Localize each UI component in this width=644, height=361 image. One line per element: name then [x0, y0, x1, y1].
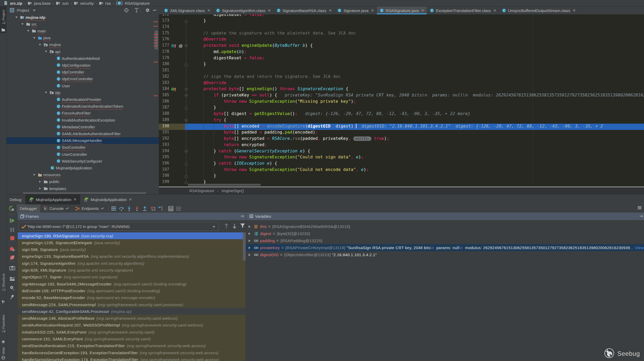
line-number[interactable]: 198	[159, 173, 169, 178]
view-value-link[interactable]: View	[635, 245, 644, 250]
variable-row-padding[interactable]: padding={RSAPadding@13225}	[246, 237, 644, 244]
chevron-collapsed-icon[interactable]	[38, 187, 42, 190]
breadcrumb-item[interactable]: security	[74, 1, 94, 5]
chevron-expanded-icon[interactable]	[33, 36, 36, 39]
line-number[interactable]: 189	[159, 117, 169, 122]
project-tree-item-idp[interactable]: idp	[7, 89, 159, 96]
close-icon[interactable]: ✕	[421, 8, 424, 13]
chevron-expanded-icon[interactable]	[21, 22, 24, 26]
chevron-expanded-icon[interactable]	[33, 173, 36, 176]
close-icon[interactable]: ✕	[73, 197, 77, 202]
fold-end-icon[interactable]	[184, 63, 188, 66]
project-tree-item-src[interactable]: src	[7, 21, 159, 27]
project-tree-item-mujina[interactable]: mujina	[7, 41, 159, 48]
restore-layout-button[interactable]	[10, 277, 15, 282]
hide-variables-icon[interactable]	[639, 215, 643, 218]
debug-session-tab-MujinaSpApplication[interactable]: MujinaSpApplication✕	[25, 194, 80, 204]
project-tree-item-FederatedUserAuthenticationToken[interactable]: CFederatedUserAuthenticationToken	[7, 103, 159, 110]
line-number[interactable]: 175	[159, 31, 169, 35]
line-number[interactable]: 179	[159, 55, 169, 60]
debug-view-tab-Debugger[interactable]: Debugger	[17, 204, 40, 213]
breadcrumb-item[interactable]: rsa	[99, 1, 111, 5]
variable-row-digest[interactable]: 123digest={byte[32]@13232}	[246, 230, 644, 237]
gear-icon[interactable]	[145, 8, 150, 13]
line-number[interactable]: 180	[159, 61, 169, 66]
project-tree-item-AuthenticationProvider[interactable]: CAuthenticationProvider	[7, 96, 159, 103]
project-tree-item-api[interactable]: api	[7, 48, 159, 55]
step-out-button[interactable]	[141, 205, 149, 212]
frame-row[interactable]: sign:598, Signature(java.security)	[18, 246, 246, 253]
fold-end-icon[interactable]	[184, 181, 188, 184]
frame-row[interactable]: engineSign:190, RSASignature(sun.securit…	[18, 232, 246, 239]
jump-to-icon[interactable]	[65, 207, 69, 210]
project-tree-item-User[interactable]: CUser	[7, 82, 159, 89]
fold-end-icon[interactable]	[184, 174, 188, 178]
filter-settings-button[interactable]	[175, 205, 183, 212]
debug-view-tab-Endpoints[interactable]: Endpoints	[72, 204, 107, 213]
variable-row-privateKey[interactable]: privateKey={RSAPrivateCrtKeyImpl@13119} …	[246, 244, 644, 251]
editor-tab-SignatureAlgorithm.class[interactable]: CSignatureAlgorithm.class✕	[213, 7, 274, 14]
drop-frame-button[interactable]	[149, 205, 157, 212]
project-tree-item-AuthenticationMethod[interactable]: EAuthenticationMethod	[7, 55, 159, 62]
expand-icon[interactable]	[248, 253, 251, 256]
frame-row[interactable]: sendAuthenticationRequest:107, WebSSOPro…	[18, 322, 246, 329]
frame-row[interactable]: commence:152, SAMLEntryPoint(org.springf…	[18, 336, 246, 342]
frame-row[interactable]: sign:174, SignatureAlgorithm(org.apache.…	[18, 260, 246, 267]
rerun-button[interactable]	[8, 205, 15, 212]
chevron-expanded-icon[interactable]	[27, 29, 30, 32]
fold-start-icon[interactable]	[184, 44, 188, 48]
expand-icon[interactable]	[248, 246, 251, 249]
stop-button[interactable]	[10, 236, 15, 241]
line-number[interactable]: 190	[159, 124, 169, 128]
project-tree-item-InvalidAuthenticationException[interactable]: InvalidAuthenticationException	[7, 117, 159, 123]
tool-window-button-structure[interactable]: 7: Structure	[0, 265, 7, 305]
project-tree-item-MujinaIdpApplication[interactable]: CMujinaIdpApplication	[7, 164, 159, 171]
close-icon[interactable]: ✕	[207, 8, 210, 13]
fold-end-icon[interactable]	[184, 19, 188, 23]
thread-selector[interactable]: "http-nio-9090-exec-7"@12,172 in group "…	[18, 222, 219, 231]
mute-breakpoints-button[interactable]	[9, 255, 15, 261]
project-tree-item-SAMLAttributeAuthenticationFilter[interactable]: CSAMLAttributeAuthenticationFilter	[7, 130, 159, 137]
debug-view-tab-Console[interactable]: Console	[40, 204, 72, 213]
debug-settings-button[interactable]	[9, 285, 15, 291]
editor-tab-SignatureBaseRSA.class[interactable]: CSignatureBaseRSA.class✕	[274, 7, 335, 14]
frame-row[interactable]: sendMessage:42, ConfigurableSAMLProcesso…	[18, 308, 246, 315]
evaluate-expression-button[interactable]	[167, 205, 175, 212]
pause-button[interactable]	[10, 227, 15, 233]
frame-row[interactable]: sendStartAuthentication:215, ExceptionTr…	[18, 342, 246, 349]
resume-button[interactable]	[9, 218, 15, 224]
editor-tab-Signature.java[interactable]: CSignature.java✕	[335, 7, 377, 14]
breadcrumb-item[interactable]: sun	[56, 1, 68, 5]
debug-session-tab-MujinaIdpApplication[interactable]: MujinaIdpApplication✕	[80, 194, 136, 204]
editor-tab-UnsyncBufferedOutputStream.class[interactable]: CUnsyncBufferedOutputStream.class✕	[499, 7, 578, 14]
editor-breadcrumb-item[interactable]: RSASignature	[189, 188, 214, 193]
project-tree-item-main[interactable]: main	[7, 27, 159, 34]
project-tree-item-UserController[interactable]: CUserController	[7, 151, 159, 158]
line-number[interactable]: 176	[159, 37, 169, 41]
expand-icon[interactable]	[248, 232, 251, 235]
expand-icon[interactable]	[248, 225, 251, 228]
jump-to-icon[interactable]	[101, 207, 104, 210]
overrides-arrow-icon[interactable]	[174, 44, 177, 48]
breadcrumb-item[interactable]: src.zip	[4, 1, 22, 5]
frame-down-icon[interactable]	[232, 223, 237, 229]
close-icon[interactable]: ✕	[573, 8, 576, 13]
chevron-expanded-icon[interactable]	[15, 16, 18, 19]
fold-start-icon[interactable]	[184, 88, 188, 91]
line-number[interactable]: 194	[159, 148, 169, 153]
overrides-arrow-icon[interactable]	[174, 87, 177, 91]
chevron-collapsed-icon[interactable]	[38, 180, 42, 183]
line-number[interactable]: 177	[159, 43, 169, 48]
project-tree-item-IdpConfiguration[interactable]: CIdpConfiguration	[7, 62, 159, 68]
project-tree-item-mujina-idp[interactable]: mujina-idp	[7, 14, 159, 21]
close-icon[interactable]: ✕	[268, 8, 271, 13]
tool-window-button-project[interactable]: 1: Project	[0, 7, 7, 33]
line-number[interactable]: 192	[159, 136, 169, 141]
step-into-button[interactable]	[125, 205, 133, 212]
line-number[interactable]: 185	[159, 93, 169, 97]
project-tree-item-resources[interactable]: resources	[7, 171, 159, 178]
line-number[interactable]: 197	[159, 167, 169, 172]
frame-row[interactable]: engineSign:133, SignatureBaseRSA(org.apa…	[18, 253, 246, 260]
frame-row[interactable]: handleAccessDeniedException:193, Excepti…	[18, 349, 246, 356]
force-step-into-button[interactable]	[133, 205, 141, 212]
